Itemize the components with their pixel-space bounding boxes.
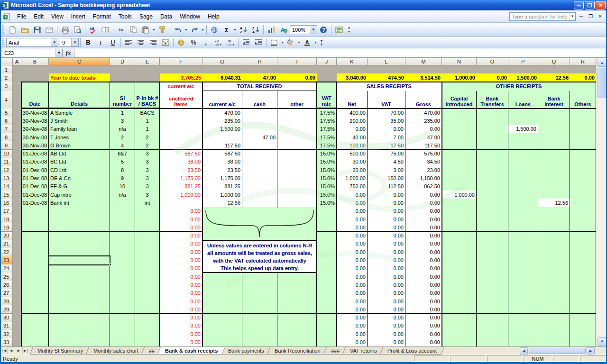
cell-H12[interactable] (242, 166, 277, 174)
cell-K7[interactable]: 0.00 (337, 125, 368, 134)
next-sheet-button[interactable]: ▶ (15, 347, 23, 355)
cell-P29[interactable] (508, 305, 538, 314)
cell-G14[interactable]: 881.25 (202, 182, 242, 191)
cell-P16[interactable] (508, 199, 538, 207)
cell-N18[interactable] (442, 215, 477, 224)
cell-F21[interactable]: 0.00 (160, 240, 202, 248)
column-header-D[interactable]: D (110, 58, 135, 65)
cell-C9[interactable]: G Brown (49, 141, 110, 150)
cell-L31[interactable]: 0.00 (368, 322, 405, 330)
row-header-25[interactable]: 25 (0, 273, 13, 281)
cell-M31[interactable]: 0.00 (405, 322, 442, 330)
cell-E32[interactable] (135, 330, 160, 338)
row-header-2[interactable]: 2 (0, 73, 13, 82)
cell-M15[interactable]: 0.00 (405, 191, 442, 199)
cell-E17[interactable] (135, 207, 160, 216)
autosum-dropdown-arrow[interactable]: ▼ (233, 28, 237, 31)
minimize-button[interactable]: ─ (574, 1, 584, 9)
cell-D5[interactable]: 1 (110, 109, 135, 117)
cell-R2[interactable]: 0.00 (570, 73, 596, 82)
cell-M14[interactable]: 862.50 (405, 182, 442, 191)
cell-R28[interactable] (570, 297, 596, 306)
cell-E13[interactable]: 3 (135, 174, 160, 182)
cell-J5[interactable]: 17.5% (317, 109, 337, 117)
cell-E11[interactable]: 3 (135, 158, 160, 166)
help-question-box[interactable]: Type a question for help ▼ (509, 12, 576, 21)
cell-K9[interactable]: 100.00 (337, 141, 368, 150)
cell-Q27[interactable] (538, 289, 570, 298)
cell-N23[interactable] (442, 256, 477, 264)
cell-H27[interactable] (242, 289, 277, 298)
cell-P27[interactable] (508, 289, 538, 298)
cell-N24[interactable] (442, 264, 477, 273)
cell-J20[interactable] (317, 232, 337, 240)
cell-P2[interactable]: 1,500.00 (508, 73, 538, 82)
cell-O14[interactable] (477, 182, 508, 191)
column-header-F[interactable]: F (160, 58, 202, 65)
cell-P13[interactable] (508, 174, 538, 182)
cell-M10[interactable]: 575.00 (405, 150, 442, 158)
cell-K33[interactable]: 0.00 (337, 338, 368, 346)
cell-I32[interactable] (277, 330, 317, 338)
cell-K19[interactable]: 0.00 (337, 223, 368, 232)
row-header-21[interactable]: 21 (0, 240, 13, 248)
borders-icon[interactable] (268, 37, 280, 48)
cell-Q20[interactable] (538, 232, 570, 240)
align-right-icon[interactable] (147, 37, 159, 48)
cell-R32[interactable] (570, 330, 596, 338)
cell-C33[interactable] (49, 338, 110, 346)
cell-C8[interactable]: T Jones (49, 133, 110, 142)
cell-M2[interactable]: 3,514.50 (405, 73, 442, 82)
scroll-down-button[interactable]: ▼ (598, 337, 607, 346)
cell-I12[interactable] (277, 166, 317, 174)
cell-O2[interactable]: 0.00 (477, 73, 508, 82)
cell-E33[interactable] (135, 338, 160, 346)
merge-center-icon[interactable]: a (160, 37, 171, 48)
cell-O19[interactable] (477, 223, 508, 232)
cell-I9[interactable] (277, 141, 317, 150)
cell-C31[interactable] (49, 322, 110, 330)
cell-E26[interactable] (135, 281, 160, 289)
cell-L5[interactable]: 70.00 (368, 109, 405, 117)
cell-F20[interactable]: 0.00 (160, 232, 202, 240)
horizontal-scrollbar[interactable]: ◀ ▶ (520, 347, 607, 355)
cell-L9[interactable]: 17.50 (368, 141, 405, 150)
cell-O28[interactable] (477, 297, 508, 306)
cell-C6[interactable]: J Smith (49, 117, 110, 125)
cell-K30[interactable]: 0.00 (337, 314, 368, 322)
cell-G8[interactable] (202, 133, 242, 142)
copy-icon[interactable] (128, 25, 139, 35)
cell-M25[interactable]: 0.00 (405, 273, 442, 281)
toolbar-grip[interactable] (2, 25, 4, 34)
cell-D13[interactable]: 9 (110, 174, 135, 182)
cell-B10[interactable]: 01-Dec-08 (21, 150, 49, 158)
cell-P28[interactable] (508, 297, 538, 306)
cell-D21[interactable] (110, 240, 135, 248)
cell-L30[interactable]: 0.00 (368, 314, 405, 322)
restore-button[interactable]: ❐ (585, 1, 595, 9)
cell-N9[interactable] (442, 141, 477, 150)
cell-I15[interactable] (277, 191, 317, 199)
cell-P8[interactable] (508, 133, 538, 142)
cell-C25[interactable] (49, 273, 110, 281)
cell-Q9[interactable] (538, 141, 570, 150)
cell-M19[interactable]: 0.00 (405, 223, 442, 232)
menu-sage[interactable]: Sage (136, 12, 156, 21)
cell-G27[interactable] (202, 289, 242, 298)
cell-P25[interactable] (508, 273, 538, 281)
cell-H28[interactable] (242, 297, 277, 306)
row-header-17[interactable]: 17 (0, 207, 13, 216)
row-header-30[interactable]: 30 (0, 314, 13, 322)
cell-K2[interactable]: 3,040.00 (337, 73, 368, 82)
cell-P7[interactable]: 1,500.00 (508, 125, 538, 134)
chart-wizard-icon[interactable] (266, 25, 277, 35)
cell-E29[interactable] (135, 305, 160, 314)
select-all-corner[interactable] (0, 58, 13, 65)
cell-B19[interactable] (21, 223, 49, 232)
cell-F16[interactable] (160, 199, 202, 207)
cell-F15[interactable]: 1,000.00 (160, 191, 202, 199)
cell-L13[interactable]: 150.00 (368, 174, 405, 182)
cell-P9[interactable] (508, 141, 538, 150)
cell-K32[interactable]: 0.00 (337, 330, 368, 338)
cell-J29[interactable] (317, 305, 337, 314)
